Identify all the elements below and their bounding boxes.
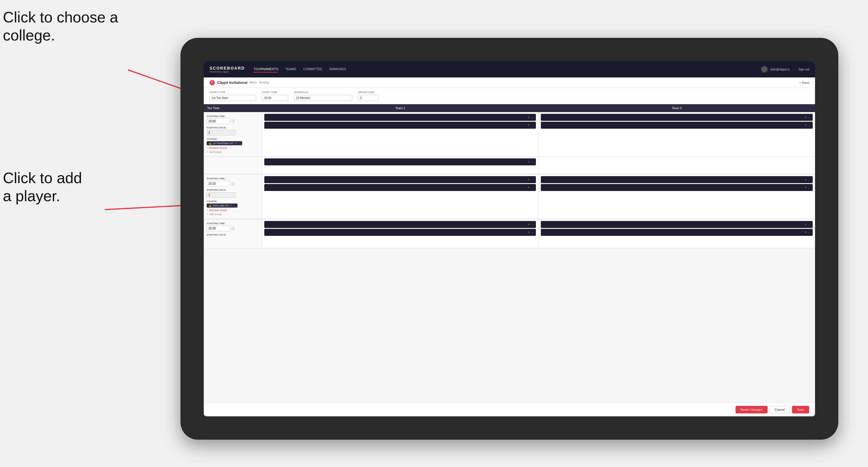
player-remove-3-1[interactable]: ✕ xyxy=(528,178,530,181)
player-arrow-4-2[interactable]: ⌄ xyxy=(808,186,810,189)
starting-hole-select-2[interactable]: 1 xyxy=(207,192,236,198)
player-arrow-6-1[interactable]: ⌄ xyxy=(808,223,810,226)
starting-hole-label-1: STARTING HOLE: xyxy=(207,126,259,129)
player-remove-2-1[interactable]: ✕ xyxy=(805,116,807,119)
player-remove-2-2[interactable]: ✕ xyxy=(805,124,807,127)
player-row-2-1[interactable]: ✕ ⌄ xyxy=(541,114,813,121)
player-row-6-2[interactable]: ✕ ⌄ xyxy=(541,229,813,236)
player-actions-6-2: ✕ ⌄ xyxy=(805,231,810,234)
course-remove-icon-2[interactable]: ✕ xyxy=(230,205,232,207)
remove-group-link-2[interactable]: ○ Remove Group xyxy=(207,209,259,212)
player-arrow-2-2[interactable]: ⌄ xyxy=(808,124,810,127)
player-remove-6-1[interactable]: ✕ xyxy=(805,223,807,226)
starting-hole-select-1[interactable]: 1 xyxy=(207,130,236,135)
brand-subtitle: Powered by clippd xyxy=(210,70,245,73)
th-team2: Team 2 xyxy=(538,104,815,112)
content-area[interactable]: STARTING TIME: 🕐 STARTING HOLE: 1 COURSE… xyxy=(204,112,815,403)
intervals-select[interactable]: 10 Minutes xyxy=(294,95,352,101)
course-arrow-1[interactable]: ⌄ xyxy=(238,142,241,145)
course-remove-icon-1[interactable]: ✕ xyxy=(235,142,237,145)
player-remove-5-1[interactable]: ✕ xyxy=(528,223,530,226)
course-icon-1: ⛳ xyxy=(209,142,212,145)
cancel-button[interactable]: Cancel xyxy=(770,406,790,413)
start-type-group: Start Type 1st Tee Start xyxy=(210,91,256,101)
player-remove-1b-1[interactable]: ✕ xyxy=(528,160,530,163)
player-row-1b-1[interactable]: ✕ ⌄ xyxy=(264,158,536,165)
start-type-select[interactable]: 1st Tee Start xyxy=(210,95,256,101)
clock-icon-1: 🕐 xyxy=(231,120,235,123)
player-row-6-1[interactable]: ✕ ⌄ xyxy=(541,221,813,228)
start-time-input[interactable] xyxy=(262,95,288,101)
nav-links: TOURNAMENTS TEAMS COMMITTEE RANKINGS xyxy=(253,66,761,72)
group-row-1: STARTING TIME: 🕐 STARTING HOLE: 1 COURSE… xyxy=(204,112,815,157)
th-team1: Team 1 xyxy=(262,104,538,112)
starting-time-label-3: STARTING TIME: xyxy=(207,222,259,225)
nav-teams[interactable]: TEAMS xyxy=(285,66,296,72)
player-row-3-2[interactable]: ✕ ⌄ xyxy=(264,184,536,191)
team2-cell-1: ✕ ⌄ ✕ ⌄ xyxy=(538,112,815,156)
nav-rankings[interactable]: RANKINGS xyxy=(330,66,346,72)
player-row-5-1[interactable]: ✕ ⌄ xyxy=(264,221,536,228)
annotation-line2: college. xyxy=(3,27,55,44)
starting-time-input-1[interactable] xyxy=(207,119,230,124)
back-button[interactable]: < Back xyxy=(799,81,809,85)
course-label-2: COURSE: xyxy=(207,200,259,203)
player-arrow-3-1[interactable]: ⌄ xyxy=(531,178,533,181)
add-group-icon-1: + xyxy=(207,151,208,153)
starting-time-input-2[interactable] xyxy=(207,181,230,186)
reset-button[interactable]: Reset Changes xyxy=(736,406,768,413)
player-row-2-2[interactable]: ✕ ⌄ xyxy=(541,122,813,129)
player-arrow-5-2[interactable]: ⌄ xyxy=(531,231,533,234)
player-row-5-2[interactable]: ✕ ⌄ xyxy=(264,229,536,236)
player-remove-1-1[interactable]: ✕ xyxy=(528,116,530,119)
player-remove-1-2[interactable]: ✕ xyxy=(528,124,530,127)
player-arrow-2-1[interactable]: ⌄ xyxy=(808,116,810,119)
player-row-1-1[interactable]: ✕ ⌄ xyxy=(264,114,536,121)
player-actions-5-2: ✕ ⌄ xyxy=(528,231,533,234)
player-arrow-4-1[interactable]: ⌄ xyxy=(808,178,810,181)
player-row-4-2[interactable]: ✕ ⌄ xyxy=(541,184,813,191)
annotation-add-player: Click to add a player. xyxy=(3,169,82,205)
player-remove-3-2[interactable]: ✕ xyxy=(528,186,530,189)
player-arrow-1b-1[interactable]: ⌄ xyxy=(531,160,533,163)
remove-group-link-1[interactable]: ○ Remove Group xyxy=(207,147,259,149)
player-row-1-2[interactable]: ✕ ⌄ xyxy=(264,122,536,129)
nav-tournaments[interactable]: TOURNAMENTS xyxy=(253,66,278,72)
save-button[interactable]: Save xyxy=(792,406,809,413)
player-row-3-1[interactable]: ✕ ⌄ xyxy=(264,176,536,183)
breadcrumb-tag: (Men) xyxy=(249,81,257,84)
group-row-3: STARTING TIME: 🕐 STARTING HOLE: ✕ ⌄ xyxy=(204,219,815,248)
nav-right: blair@clippd.io | Sign out xyxy=(761,66,809,72)
user-email: blair@clippd.io xyxy=(771,68,790,71)
player-remove-4-2[interactable]: ✕ xyxy=(805,186,807,189)
starting-hole-row-2: 1 xyxy=(207,192,259,198)
starting-time-row-1: 🕐 xyxy=(207,119,259,124)
player-remove-4-1[interactable]: ✕ xyxy=(805,178,807,181)
player-arrow-1-1[interactable]: ⌄ xyxy=(531,116,533,119)
player-remove-5-2[interactable]: ✕ xyxy=(528,231,530,234)
nav-divider: | xyxy=(794,68,795,71)
sign-out-link[interactable]: Sign out xyxy=(799,68,809,71)
user-avatar xyxy=(761,66,768,72)
group-size-group: Group Size 3 xyxy=(358,91,378,101)
player-arrow-6-2[interactable]: ⌄ xyxy=(808,231,810,234)
player-arrow-3-2[interactable]: ⌄ xyxy=(531,186,533,189)
player-actions-3-2: ✕ ⌄ xyxy=(528,186,533,189)
group-row-1b: ✕ ⌄ xyxy=(204,157,815,174)
add-group-link-2[interactable]: + Add Group xyxy=(207,213,259,216)
group-size-select[interactable]: 3 xyxy=(358,95,378,101)
add-group-link-1[interactable]: + Add Group xyxy=(207,151,259,153)
breadcrumb-title: Clippd Invitational xyxy=(217,81,247,85)
player-remove-6-2[interactable]: ✕ xyxy=(805,231,807,234)
player-arrow-1-2[interactable]: ⌄ xyxy=(531,124,533,127)
player-row-4-1[interactable]: ✕ ⌄ xyxy=(541,176,813,183)
course-arrow-2[interactable]: ⌄ xyxy=(234,204,236,207)
player-actions-2-1: ✕ ⌄ xyxy=(805,116,810,119)
nav-committee[interactable]: COMMITTEE xyxy=(303,66,322,72)
course-label-1: COURSE: xyxy=(207,138,259,140)
table-header: Tee Time Team 1 Team 2 xyxy=(204,104,815,112)
starting-time-input-3[interactable] xyxy=(207,226,230,231)
starting-time-row-2: 🕐 xyxy=(207,181,259,186)
player-arrow-5-1[interactable]: ⌄ xyxy=(531,223,533,226)
th-tee-time: Tee Time xyxy=(204,104,262,112)
